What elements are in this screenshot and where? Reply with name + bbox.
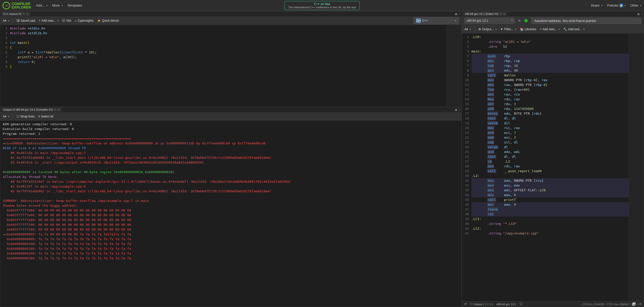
nav-share[interactable]: Share (591, 4, 603, 7)
output-toolbar: A▾ ☐ Wrap lines ≡ Select all (0, 112, 461, 121)
output-dropdown[interactable]: ⚙ Output... (478, 27, 497, 31)
minimap[interactable] (629, 34, 644, 301)
filter-dropdown[interactable]: ▼ Filter... (500, 27, 516, 31)
info-icon[interactable]: ⓘ (520, 302, 522, 306)
logo[interactable]: ≡ COMPILER EXPLORER (3, 2, 31, 9)
asm-compiler-bar: x86-64 gcc 13.1 ▾ ⧉ (462, 16, 644, 25)
close-icon[interactable]: × (26, 12, 28, 15)
output-editor[interactable]: ASM generation compiler returned: 0Execu… (0, 121, 461, 307)
font-dropdown[interactable]: A▾ (3, 19, 9, 22)
watermark: CSDN @baiyu33 (620, 302, 641, 305)
logo-text-2: EXPLORER (12, 6, 31, 9)
nav-add[interactable]: Add... (36, 4, 48, 7)
quickbench-button[interactable]: ⚡ Quick-bench (97, 19, 119, 22)
nav-more[interactable]: More (52, 4, 63, 7)
edit-icon[interactable]: ✎ (500, 13, 502, 15)
source-pane: C++ source #1 ✎ × ▣ × A▾ 🖫 Save/Load + A… (0, 11, 462, 107)
font-dropdown[interactable]: A▾ (3, 115, 9, 118)
compiler-options-input[interactable] (531, 18, 641, 24)
banner-sub: The international C++ conference in the … (288, 6, 356, 9)
asm-tab-label: x86-64 gcc 13.1 (Editor #1) (465, 12, 498, 15)
asm-code[interactable]: .LC0: .string "a[20] = %d\n" .zero 52mai… (471, 34, 629, 301)
status-ok-icon (524, 19, 528, 22)
output-pane: Output of x86-64 gcc 13.1 (Compiler #1) … (0, 107, 462, 307)
vim-button[interactable]: ⓥ Vim (62, 19, 71, 23)
nav-templates[interactable]: Templates (67, 4, 82, 7)
language-label: C++ (422, 19, 428, 22)
sponsor-banner[interactable]: C++ on Sea The international C++ confere… (284, 1, 359, 10)
edit-icon[interactable]: ✎ (54, 108, 56, 111)
source-tab-label: C++ source #1 (3, 12, 21, 15)
nav-items: Add... More Templates (36, 4, 82, 7)
asm-pane: x86-64 gcc 13.1 (Editor #1) ✎ × ▣ × x86-… (462, 11, 644, 307)
asm-tab[interactable]: x86-64 gcc 13.1 (Editor #1) ✎ × (463, 12, 507, 16)
close-pane-icon[interactable]: × (459, 108, 460, 111)
minimap[interactable] (446, 25, 461, 107)
output-tab-label: Output of x86-64 gcc 13.1 (Compiler #1) (3, 108, 53, 111)
status-compiler: x86-64 gcc 13.1 (496, 303, 516, 306)
source-editor[interactable]: 123456789 #include <stdio.h>#include <st… (0, 25, 461, 107)
edit-icon[interactable]: ✎ (23, 13, 25, 15)
compiler-select[interactable]: x86-64 gcc 13.1 ▾ (464, 18, 515, 24)
nav-other[interactable]: Other (630, 4, 641, 7)
wrap-lines-toggle[interactable]: ☐ Wrap lines (17, 115, 35, 118)
add-new-dropdown[interactable]: + Add new... (39, 19, 59, 22)
source-toolbar: A▾ 🖫 Save/Load + Add new... ⓥ Vim ⌕ CppI… (0, 16, 461, 25)
maximize-icon[interactable]: ▣ (455, 108, 457, 111)
save-load-button[interactable]: 🖫 Save/Load (17, 19, 35, 22)
logo-text-1: COMPILER (12, 2, 31, 6)
asm-tabbar: x86-64 gcc 13.1 (Editor #1) ✎ × ▣ × (462, 11, 644, 16)
close-pane-icon[interactable]: × (641, 12, 643, 16)
bell-icon: 🔔 (619, 4, 623, 8)
language-select[interactable]: C++ C++ ▾ (413, 17, 459, 24)
right-nav: Share Policies 🔔 ▾ Other (591, 4, 641, 8)
output-tabbar: Output of x86-64 gcc 13.1 (Compiler #1) … (0, 107, 461, 112)
output-text: ASM generation compiler returned: 0Execu… (0, 121, 461, 307)
libraries-button[interactable]: 📚 Libraries (520, 27, 536, 31)
source-tabbar: C++ source #1 ✎ × ▣ × (0, 11, 461, 16)
asm-statusbar: ⟳ ☐ Output (0/0) x86-64 gcc 13.1 ⓘ - 101… (462, 301, 644, 307)
reload-icon[interactable]: ⟳ (464, 302, 467, 306)
asm-toolbar: A▾ ⚙ Output... ▼ Filter... 📚 Libraries +… (462, 25, 644, 34)
banner-title: C++ on Sea (288, 2, 356, 6)
select-all-button[interactable]: ≡ Select all (38, 115, 53, 118)
add-tool-dropdown[interactable]: 🔧 Add tool... (563, 27, 585, 31)
nav-policies[interactable]: Policies 🔔 ▾ (607, 4, 626, 8)
asm-gutter: 1234567891011121314151617181920212223242… (462, 34, 471, 301)
source-code[interactable]: #include <stdio.h>#include <stdlib.h> in… (10, 25, 446, 107)
close-icon[interactable]: × (58, 108, 59, 111)
asm-editor[interactable]: 1234567891011121314151617181920212223242… (462, 34, 644, 301)
font-dropdown[interactable]: A▾ (464, 27, 471, 31)
logo-icon: ≡ (3, 2, 10, 9)
cpp-icon: C++ (416, 18, 421, 23)
source-tab[interactable]: C++ source #1 ✎ × (1, 12, 30, 16)
topbar: ≡ COMPILER EXPLORER Add... More Template… (0, 0, 644, 11)
close-icon[interactable]: × (503, 12, 505, 15)
popout-icon[interactable]: ⧉ (518, 19, 521, 22)
cppinsights-button[interactable]: ⌕ CppInsights (75, 19, 94, 22)
source-gutter: 123456789 (0, 25, 10, 107)
output-tab[interactable]: Output of x86-64 gcc 13.1 (Compiler #1) … (1, 108, 62, 112)
close-pane-icon[interactable]: × (459, 12, 460, 16)
maximize-icon[interactable]: ▣ (637, 12, 640, 16)
maximize-icon[interactable]: ▣ (455, 12, 457, 16)
status-output[interactable]: ☐ Output (0/0) (470, 302, 493, 306)
add-new-dropdown[interactable]: + Add new... (540, 27, 560, 31)
nav-policies-label: Policies (607, 4, 619, 7)
